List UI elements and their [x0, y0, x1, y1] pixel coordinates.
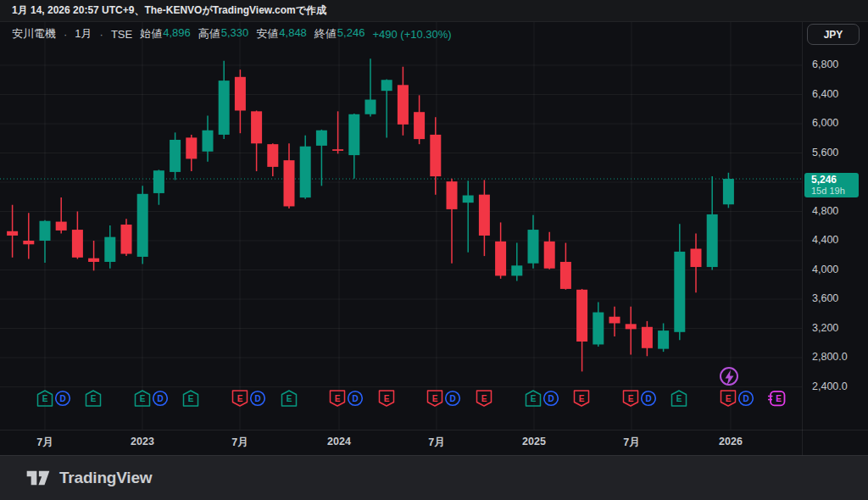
- candle-2024-12: [511, 243, 522, 281]
- candle-2025-05: [593, 302, 604, 347]
- svg-text:E: E: [335, 394, 341, 403]
- svg-text:D: D: [254, 394, 260, 403]
- earnings-badge-2024-07[interactable]: E: [428, 391, 442, 406]
- svg-text:D: D: [157, 394, 163, 403]
- candle-2022-08: [56, 197, 67, 233]
- svg-text:E: E: [531, 394, 537, 403]
- candle-2024-01: [332, 111, 343, 153]
- candle-2022-10: [88, 241, 99, 270]
- time-axis-separator: [0, 430, 868, 431]
- tradingview-chart-window: 1月 14, 2026 20:57 UTC+9、The-KENVOがTradin…: [0, 0, 868, 500]
- earnings-badge-2025-10[interactable]: E: [672, 391, 687, 406]
- close-value: 5,246: [337, 26, 365, 42]
- candle-2022-11: [104, 225, 115, 269]
- candle-2024-07: [430, 117, 441, 194]
- price-chart-canvas[interactable]: EDEEDEEDEEDEEDEEDEEDEEDE: [0, 0, 868, 500]
- earnings-badge-2026-01[interactable]: E: [721, 391, 736, 406]
- dividend-badge-2024-01[interactable]: D: [348, 392, 363, 406]
- svg-text:E: E: [91, 394, 97, 403]
- dividend-badge-2023-01[interactable]: D: [153, 392, 168, 406]
- candle-2023-04: [186, 135, 197, 171]
- svg-text:E: E: [432, 394, 438, 403]
- earnings-badge-2025-04[interactable]: E: [575, 391, 589, 406]
- price-axis-separator: [802, 22, 803, 455]
- symbol-name[interactable]: 安川電機: [12, 26, 56, 42]
- candle-2024-05: [398, 67, 409, 136]
- open-value: 4,896: [163, 26, 191, 42]
- svg-text:E: E: [676, 394, 682, 403]
- candle-2025-11: [691, 233, 702, 292]
- currency-button[interactable]: JPY: [807, 24, 860, 45]
- candle-2023-02: [153, 169, 164, 204]
- candle-2023-11: [300, 136, 311, 199]
- interval-label[interactable]: 1月: [75, 26, 92, 42]
- candle-2025-02: [544, 232, 555, 269]
- svg-text:E: E: [42, 394, 48, 403]
- tradingview-logo-text[interactable]: TradingView: [59, 469, 152, 487]
- earnings-badge-2024-01[interactable]: E: [331, 391, 345, 406]
- dividend-badge-2026-01[interactable]: D: [739, 392, 754, 406]
- earnings-badge-2023-10[interactable]: E: [282, 391, 297, 406]
- candle-2023-09: [267, 143, 278, 176]
- candle-2024-04: [381, 79, 392, 137]
- candle-2024-09: [463, 181, 474, 253]
- candle-2022-12: [121, 219, 132, 256]
- candle-2022-06: [23, 213, 34, 258]
- earnings-badge-2025-07[interactable]: E: [624, 391, 638, 406]
- close-label: 終値: [314, 26, 337, 42]
- ohlc-high: 高値 5,330: [198, 26, 249, 42]
- candle-2025-03: [560, 243, 571, 290]
- dividend-badge-2022-07[interactable]: D: [56, 392, 70, 406]
- candle-2024-10: [479, 180, 490, 256]
- svg-text:E: E: [628, 394, 634, 403]
- dividend-badge-2024-07[interactable]: D: [446, 392, 460, 406]
- candle-2025-10: [674, 224, 685, 340]
- svg-text:E: E: [481, 394, 487, 403]
- candle-2022-07: [40, 220, 51, 263]
- dividend-badge-2025-07[interactable]: D: [642, 392, 656, 406]
- earnings-badge-2025-01[interactable]: E: [526, 391, 541, 406]
- legend-separator: ·: [100, 28, 103, 41]
- candle-2024-11: [495, 222, 506, 278]
- high-value: 5,330: [221, 26, 249, 42]
- symbol-legend[interactable]: 安川電機 · 1月 · TSE 始値 4,896 高値 5,330 安値 4,8…: [12, 26, 452, 42]
- low-value: 4,848: [279, 26, 307, 42]
- candle-2023-12: [316, 130, 327, 186]
- change-value: +490 (+10.30%): [372, 28, 451, 41]
- candle-2025-08: [642, 321, 653, 356]
- svg-text:E: E: [384, 394, 390, 403]
- svg-text:D: D: [352, 394, 358, 403]
- candle-2022-09: [72, 212, 83, 259]
- dividend-badge-2023-07[interactable]: D: [251, 392, 265, 406]
- svg-text:E: E: [237, 394, 243, 403]
- svg-text:E: E: [140, 394, 146, 403]
- exchange-label: TSE: [111, 28, 132, 41]
- svg-text:D: D: [449, 394, 455, 403]
- upcoming-earnings-badge-2026-04[interactable]: E: [768, 392, 785, 406]
- earnings-badge-2024-10[interactable]: E: [477, 391, 492, 406]
- svg-text:E: E: [726, 394, 732, 403]
- svg-text:D: D: [59, 394, 65, 403]
- candle-2024-08: [447, 179, 458, 264]
- candle-2025-12: [707, 176, 718, 269]
- open-label: 始値: [140, 26, 162, 42]
- last-price-label: 5,246 15d 19h: [804, 173, 859, 197]
- svg-text:E: E: [776, 394, 782, 403]
- legend-separator: ·: [64, 28, 67, 41]
- currency-button-label: JPY: [824, 29, 843, 41]
- dividend-badge-2025-01[interactable]: D: [544, 392, 559, 406]
- candle-2023-05: [203, 116, 214, 162]
- candle-2024-03: [365, 58, 376, 116]
- flash-event-icon[interactable]: [721, 368, 737, 386]
- candle-2025-04: [576, 289, 587, 371]
- svg-text:D: D: [645, 394, 651, 403]
- candle-2024-06: [414, 95, 425, 144]
- earnings-badge-2022-10[interactable]: E: [86, 391, 101, 406]
- earnings-badge-2024-04[interactable]: E: [380, 391, 394, 406]
- earnings-badge-2023-04[interactable]: E: [184, 391, 198, 406]
- svg-text:D: D: [548, 394, 554, 403]
- high-label: 高値: [198, 26, 220, 42]
- bottom-brand-bar: TradingView: [0, 455, 868, 500]
- tradingview-logo-icon[interactable]: [25, 467, 51, 489]
- svg-text:E: E: [287, 394, 292, 403]
